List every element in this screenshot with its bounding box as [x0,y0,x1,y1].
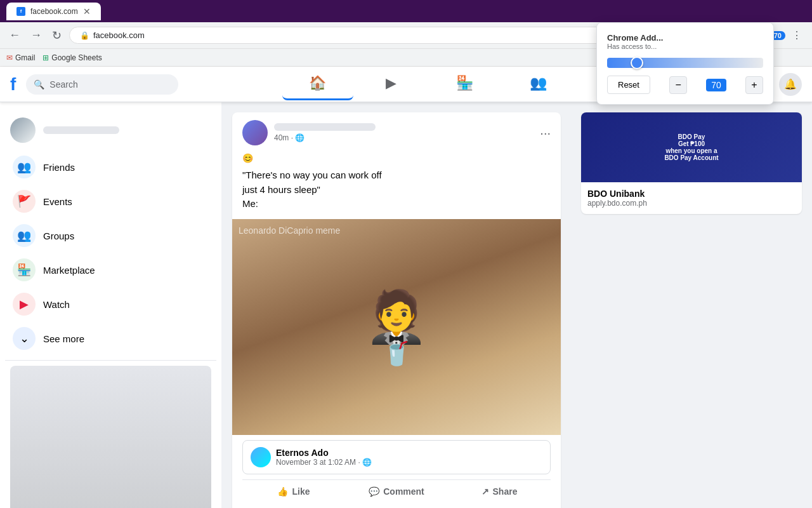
share-button[interactable]: ↗ Share [448,480,551,503]
sidebar-item-groups[interactable]: 👥 Groups [5,219,216,252]
friends-label: Friends [43,162,75,173]
fb-nav-watch[interactable]: ▶ [356,69,427,100]
fb-search[interactable]: 🔍 Search [26,74,178,95]
post-emoji: 😊 [232,153,561,168]
sidebar-item-friends[interactable]: 👥 Friends [5,150,216,184]
color-slider-bar[interactable] [607,58,763,68]
reset-button[interactable]: Reset [607,76,650,94]
zoom-value: 70 [706,79,726,91]
like-button[interactable]: 👍 Like [242,480,345,503]
sidebar-item-see-more[interactable]: ⌄ See more [5,322,216,355]
shared-meta: Eternos Ado November 3 at 1:02 AM · 🌐 [276,448,372,467]
watch-icon: ▶ [386,75,396,91]
shared-avatar [251,447,271,467]
shared-post: Eternos Ado November 3 at 1:02 AM · 🌐 [242,440,551,474]
post-text: "There's no way you can work off just 4 … [232,168,561,219]
forward-button[interactable]: → [28,26,44,44]
comment-area: Write a comment... 🎞 😊 🏷 📎 ⊕ [232,503,561,509]
zoom-minus-button[interactable]: − [669,76,687,94]
bookmark-gmail[interactable]: ✉ Gmail [6,53,35,62]
sidebar-user-item[interactable] [5,112,216,148]
post-options-button[interactable]: ··· [540,126,551,140]
main-layout: f 🔍 Search 🏠 ▶ 🏪 👥 🎮 💬 🔔 [0,67,812,508]
like-icon: 👍 [277,486,288,497]
ad-title: BDO Unibank [587,189,796,199]
main-feed: 40m · 🌐 ··· 😊 "There's no way you can wo… [222,102,571,508]
bookmark-sheets[interactable]: ⊞ Google Sheets [43,53,102,62]
sidebar-ad-block [10,366,211,508]
meme-label: Leonardo DiCaprio meme [239,225,340,236]
shared-post-header: Eternos Ado November 3 at 1:02 AM · 🌐 [243,441,550,474]
post-actions: 👍 Like 💬 Comment ↗ Share [242,479,551,503]
right-sidebar: BDO PayGet ₱100when you open aBDO Pay Ac… [571,102,812,508]
color-slider-thumb[interactable] [631,57,643,69]
fb-logo: f [10,74,16,95]
ad-url: apply.bdo.com.ph [587,199,796,208]
left-sidebar: 👥 Friends 🚩 Events 👥 Groups 🏪 Marketplac… [0,102,222,508]
fb-nav: 🏠 ▶ 🏪 👥 🎮 [282,69,648,100]
tab-favicon: f [16,7,25,16]
chrome-titlebar: f facebook.com ✕ [0,0,812,22]
friends-icon: 👥 [13,156,36,178]
menu-icon[interactable]: ⋮ [788,27,806,44]
post-text-line2: just 4 hours sleep" [242,184,320,195]
content-area: 👥 Friends 🚩 Events 👥 Groups 🏪 Marketplac… [0,102,812,508]
watch-label: Watch [43,299,70,310]
sidebar-item-watch[interactable]: ▶ Watch [5,288,216,321]
groups-sidebar-icon: 👥 [13,224,36,247]
marketplace-sidebar-icon: 🏪 [13,258,36,281]
lock-icon: 🔒 [80,31,89,40]
ad-image-text: BDO PayGet ₱100when you open aBDO Pay Ac… [664,133,718,161]
address-input[interactable]: 🔒 facebook.com [69,27,664,44]
ad-card-bdo[interactable]: BDO PayGet ₱100when you open aBDO Pay Ac… [581,112,802,214]
fb-nav-groups[interactable]: 👥 [503,69,574,100]
popup-title: Chrome Add... [607,33,663,43]
marketplace-icon: 🏪 [456,75,473,91]
events-label: Events [43,196,72,207]
comment-button[interactable]: 💬 Comment [345,480,448,503]
comment-icon: 💬 [369,486,379,497]
post-name-bar [274,123,376,131]
fb-nav-marketplace[interactable]: 🏪 [429,69,501,100]
meme-drink-emoji: 🥤 [383,340,411,367]
comment-label: Comment [383,486,424,497]
zoom-plus-button[interactable]: + [745,76,763,94]
marketplace-label: Marketplace [43,265,95,276]
see-more-icon: ⌄ [13,327,36,350]
user-name-bar [43,126,119,134]
watch-sidebar-icon: ▶ [13,293,36,316]
post-meme-image: Leonardo DiCaprio meme 🤵 🥤 [232,219,561,435]
popup-info: Chrome Add... Has access to... [607,33,663,50]
home-icon: 🏠 [309,75,326,91]
search-icon: 🔍 [34,79,44,90]
tab-close-button[interactable]: ✕ [83,6,91,17]
search-placeholder: Search [49,79,77,90]
shared-name: Eternos Ado [276,448,372,458]
post-avatar [242,120,268,145]
post-meta: 40m · 🌐 [274,123,534,142]
gmail-icon: ✉ [6,53,13,62]
share-label: Share [493,486,518,497]
sidebar-item-marketplace[interactable]: 🏪 Marketplace [5,253,216,286]
sidebar-item-events[interactable]: 🚩 Events [5,185,216,218]
popup-subtitle: Has access to... [607,43,663,50]
post-header: 40m · 🌐 ··· [232,112,561,153]
reload-button[interactable]: ↻ [49,26,64,45]
events-icon: 🚩 [13,190,36,213]
groups-label: Groups [43,231,74,241]
ad-content: BDO Unibank apply.bdo.com.ph [581,182,802,214]
back-button[interactable]: ← [6,26,23,44]
shared-time: November 3 at 1:02 AM · 🌐 [276,458,372,467]
notifications-button[interactable]: 🔔 [779,73,802,96]
post-card: 40m · 🌐 ··· 😊 "There's no way you can wo… [232,112,561,508]
sidebar-divider [5,360,216,361]
groups-icon: 👥 [530,75,547,91]
url-text: facebook.com [93,30,145,40]
popup-header: Chrome Add... Has access to... [607,33,763,50]
sheets-icon: ⊞ [43,53,49,62]
see-more-label: See more [43,333,84,344]
chrome-tab[interactable]: f facebook.com ✕ [6,3,101,20]
like-label: Like [292,486,310,497]
user-avatar [10,117,36,143]
fb-nav-home[interactable]: 🏠 [282,69,353,100]
